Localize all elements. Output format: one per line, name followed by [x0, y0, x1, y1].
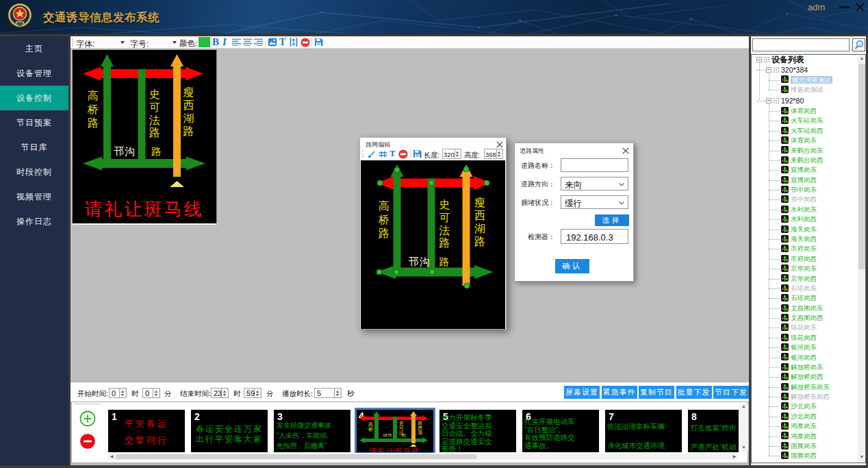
svg-text:可: 可 — [149, 101, 160, 113]
svg-text:瘦: 瘦 — [474, 197, 485, 208]
svg-text:法: 法 — [439, 225, 450, 236]
svg-text:邗: 邗 — [114, 146, 124, 157]
svg-text:路: 路 — [88, 117, 99, 129]
svg-text:路: 路 — [439, 237, 450, 249]
svg-text:高: 高 — [88, 90, 99, 101]
svg-text:请礼让斑马线: 请礼让斑马线 — [369, 447, 421, 452]
svg-text:湖: 湖 — [474, 223, 485, 234]
svg-text:沟: 沟 — [420, 256, 430, 267]
svg-text:湖: 湖 — [418, 430, 422, 435]
svg-text:路: 路 — [439, 256, 450, 267]
svg-text:湖: 湖 — [183, 112, 194, 124]
svg-text:瘦: 瘦 — [183, 86, 194, 98]
svg-text:30: 30 — [401, 433, 406, 437]
svg-text:桥: 桥 — [368, 427, 373, 432]
svg-text:桥: 桥 — [378, 214, 390, 225]
svg-text:高: 高 — [379, 200, 390, 212]
svg-text:路: 路 — [149, 127, 160, 138]
svg-text:西: 西 — [183, 99, 194, 111]
svg-text:路: 路 — [183, 125, 194, 137]
svg-text:史: 史 — [439, 199, 450, 210]
svg-text:邗: 邗 — [409, 256, 419, 267]
svg-text:1876: 1876 — [383, 433, 392, 437]
svg-text:高: 高 — [368, 422, 373, 427]
svg-text:法: 法 — [149, 114, 160, 126]
svg-text:请礼让斑马线: 请礼让斑马线 — [85, 199, 204, 219]
svg-text:沟: 沟 — [125, 146, 135, 157]
svg-text:路: 路 — [379, 227, 390, 239]
svg-text:可: 可 — [439, 212, 450, 223]
svg-text:桥: 桥 — [87, 103, 99, 115]
svg-text:西: 西 — [474, 210, 485, 221]
svg-text:路: 路 — [474, 236, 485, 247]
svg-text:路: 路 — [151, 146, 162, 157]
svg-text:可: 可 — [399, 426, 404, 430]
svg-text:史: 史 — [149, 88, 160, 100]
svg-text:3: 3 — [858, 42, 861, 47]
